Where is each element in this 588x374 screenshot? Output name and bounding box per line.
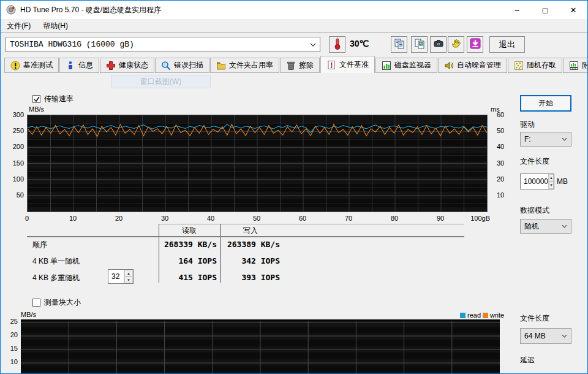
menu-bar: 文件(F)帮助(H): [1, 19, 587, 32]
temperature-button[interactable]: [329, 36, 345, 53]
chart2-y-tick: 25: [4, 318, 18, 325]
y-left-unit: MB/s: [29, 105, 44, 113]
x-tick: 90: [428, 215, 453, 222]
tooltip-remnant: 窗口截图(W): [111, 75, 211, 88]
legend-write: write: [483, 311, 504, 319]
y-right-tick: 40: [497, 143, 515, 150]
tab-label: 错误扫描: [174, 60, 203, 71]
file-length-stepper[interactable]: 100000 ▲▼: [520, 174, 554, 189]
result-row-label: 顺序: [32, 240, 47, 250]
tab-基准测试[interactable]: 基准测试: [4, 58, 59, 73]
chevron-down-icon: [557, 132, 571, 146]
transfer-rate-checkbox[interactable]: 传输速率: [32, 94, 74, 104]
tab-附加测试[interactable]: 附加测试: [563, 58, 588, 73]
hand-button[interactable]: [448, 36, 464, 53]
checkbox-unchecked-icon: [32, 299, 40, 307]
start-button[interactable]: 开始: [520, 95, 571, 112]
stepper-arrows-icon[interactable]: ▲▼: [548, 174, 554, 189]
exit-button[interactable]: 退出: [489, 36, 525, 53]
drive-select[interactable]: TOSHIBA HDWG31G (16000 gB): [6, 37, 320, 52]
app-icon: [6, 4, 17, 15]
tab-label: 文件基准: [339, 59, 369, 70]
chart2-y-tick: 20: [4, 331, 18, 338]
x-tick: 30: [153, 215, 177, 222]
magnifier-icon: [161, 61, 171, 71]
tab-label: 信息: [78, 60, 93, 71]
x-tick: 50: [244, 215, 269, 222]
x-tick: 80: [382, 215, 407, 222]
title-bar: HD Tune Pro 5.70 - 硬盘/固态硬盘实用程序 –▢✕: [1, 1, 587, 19]
result-row-label: 4 KB 多重随机: [32, 273, 80, 283]
y-right-tick: 50: [497, 127, 515, 134]
data-mode-select[interactable]: 随机: [520, 219, 571, 234]
tab-错误扫描[interactable]: 错误扫描: [155, 58, 209, 73]
y-right-tick: 20: [497, 175, 515, 183]
read-legend-swatch: [460, 313, 466, 318]
screenshot-camera-button[interactable]: [430, 36, 447, 53]
file-length2-label: 文件长度: [520, 313, 549, 324]
y-left-tick: 300: [3, 111, 24, 118]
read-legend-label: read: [467, 311, 481, 319]
menu-item-help[interactable]: 帮助(H): [37, 19, 74, 33]
tab-label: 文件夹占用率: [229, 60, 273, 71]
close-button[interactable]: ✕: [559, 1, 587, 19]
app-window: HD Tune Pro 5.70 - 硬盘/固态硬盘实用程序 –▢✕ 文件(F)…: [0, 0, 588, 374]
window-controls: –▢✕: [503, 1, 587, 19]
data-mode-label: 数据模式: [520, 205, 549, 216]
disk-monitor-icon: [382, 61, 391, 71]
write-legend-label: write: [490, 311, 504, 319]
write-legend-swatch: [483, 313, 488, 318]
tab-文件夹占用率[interactable]: 文件夹占用率: [210, 58, 279, 73]
queue-depth-stepper[interactable]: 32▲▼: [108, 269, 134, 284]
tab-擦除[interactable]: 擦除: [280, 58, 320, 73]
y-right-tick: 10: [497, 191, 515, 199]
tab-磁盘监视器[interactable]: 磁盘监视器: [375, 58, 437, 73]
download-button[interactable]: [467, 36, 483, 53]
copy-text-button[interactable]: [391, 36, 407, 53]
drive-label: 驱动: [520, 120, 535, 130]
tab-随机存取[interactable]: 随机存取: [508, 58, 562, 73]
temperature-value: 30℃: [350, 39, 369, 48]
minimize-button[interactable]: –: [503, 1, 531, 19]
y-right-tick: 60: [497, 111, 515, 118]
y-left-tick: 100: [3, 175, 24, 183]
transfer-rate-label: 传输速率: [44, 94, 74, 104]
stepper-arrows-icon[interactable]: ▲▼: [124, 270, 133, 283]
drive-select-value: TOSHIBA HDWG31G (16000 gB): [6, 40, 306, 49]
hand-icon: [451, 38, 462, 51]
folder-icon: [216, 61, 226, 71]
tab-label: 磁盘监视器: [394, 60, 431, 71]
write-value: 393 IOPS: [203, 273, 280, 282]
tab-label: 基准测试: [23, 60, 53, 71]
drive-letter-value: F:: [521, 135, 557, 143]
tab-label: 附加测试: [582, 60, 588, 71]
trash-icon: [286, 61, 296, 71]
drive-letter-select[interactable]: F:: [520, 132, 571, 147]
tab-label: 擦除: [299, 60, 314, 71]
y-left-tick: 150: [3, 159, 24, 167]
tab-自动噪音管理[interactable]: 自动噪音管理: [438, 58, 507, 73]
exclamation-icon: [10, 61, 20, 71]
menu-item-file[interactable]: 文件(F): [1, 19, 37, 33]
health-cross-icon: [106, 61, 116, 71]
transfer-rate-chart: [27, 115, 488, 212]
maximize-button[interactable]: ▢: [531, 1, 559, 19]
tab-信息[interactable]: 信息: [59, 58, 99, 73]
chevron-down-icon: [557, 329, 571, 343]
copy-image-button[interactable]: [411, 36, 428, 53]
thermometer-icon: [334, 37, 341, 52]
tab-文件基准[interactable]: 文件基准: [320, 56, 375, 73]
block-size-checkbox[interactable]: 测量块大小: [32, 297, 81, 308]
speaker-icon: [444, 61, 454, 71]
file-length-label: 文件长度: [520, 156, 549, 167]
y-left-tick: 200: [3, 143, 24, 150]
tab-label: 健康状态: [119, 60, 148, 71]
block-file-length-value: 64 MB: [521, 332, 557, 340]
tab-label: 随机存取: [527, 60, 556, 71]
block-size-label: 测量块大小: [44, 297, 81, 308]
block-file-length-select[interactable]: 64 MB: [520, 328, 571, 344]
file-length-value: 100000: [521, 174, 548, 189]
tab-健康状态[interactable]: 健康状态: [100, 58, 154, 73]
write-value: 342 IOPS: [203, 256, 280, 265]
block-size-chart: [21, 319, 500, 374]
